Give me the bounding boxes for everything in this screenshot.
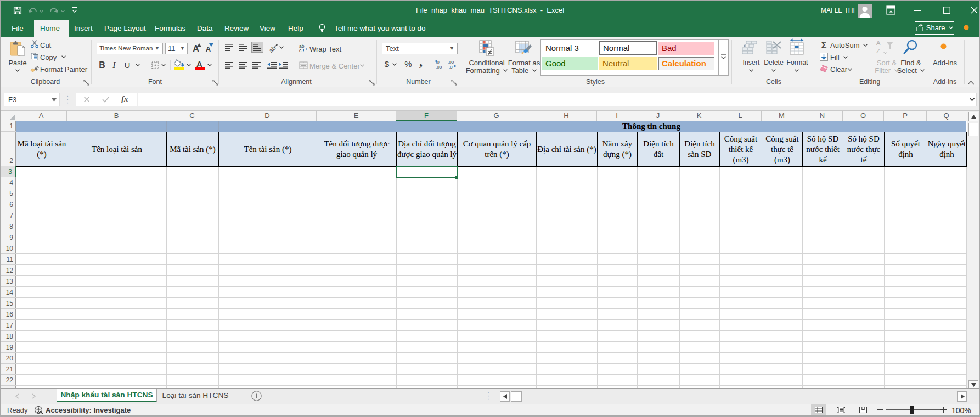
svg-text:Z: Z [876, 48, 880, 54]
svg-text:.00: .00 [436, 65, 442, 69]
svg-text:.00: .00 [448, 60, 454, 65]
svg-text:A: A [876, 40, 881, 46]
svg-text:.0: .0 [449, 65, 453, 69]
